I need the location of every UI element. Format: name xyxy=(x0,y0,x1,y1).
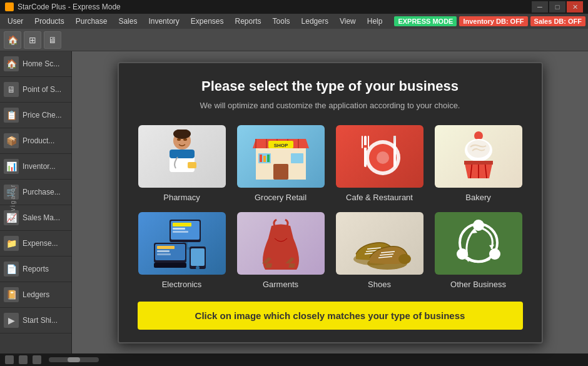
dialog-title: Please select the type of your business xyxy=(138,78,523,94)
sidebar-item-reports[interactable]: 📄 Reports xyxy=(0,257,71,282)
sales-db-badge: Sales DB: OFF xyxy=(530,16,585,26)
business-item-grocery-retail[interactable]: SHOP Grocery Retail xyxy=(236,125,325,202)
menu-view[interactable]: View xyxy=(335,16,361,27)
express-mode-badge: EXPRESS MODE xyxy=(394,16,457,26)
svg-rect-4 xyxy=(188,162,196,168)
menu-ledgers[interactable]: Ledgers xyxy=(297,16,333,27)
business-type-dialog: Please select the type of your business … xyxy=(118,62,543,343)
shoes-image[interactable] xyxy=(336,212,423,275)
svg-rect-42 xyxy=(173,223,191,226)
status-indicator-1 xyxy=(5,355,14,364)
start-shift-icon: ▶ xyxy=(4,313,19,328)
garments-image[interactable] xyxy=(237,212,325,275)
price-checker-icon: 📋 xyxy=(4,108,19,123)
sidebar-item-inventory[interactable]: 📊 Inventor... xyxy=(0,154,71,180)
sidebar-item-start-shift[interactable]: ▶ Start Shi... xyxy=(0,308,71,333)
ledgers-icon: 📔 xyxy=(4,287,19,302)
svg-rect-2 xyxy=(170,150,195,158)
cta-bar[interactable]: Click on image which closely matches you… xyxy=(138,302,523,330)
bakery-image[interactable] xyxy=(435,125,522,188)
app-icon xyxy=(5,3,14,11)
menu-tools[interactable]: Tools xyxy=(268,16,295,27)
reports-icon: 📄 xyxy=(4,262,19,277)
svg-rect-19 xyxy=(291,153,303,163)
sidebar-item-expenses[interactable]: 📁 Expense... xyxy=(0,231,71,257)
svg-rect-50 xyxy=(157,250,170,252)
svg-rect-44 xyxy=(173,231,188,233)
svg-point-29 xyxy=(377,151,389,164)
menu-purchase[interactable]: Purchase xyxy=(71,16,113,27)
minimize-button[interactable]: ─ xyxy=(532,1,548,13)
sidebar-item-purchases-label: Purchase... xyxy=(23,188,61,196)
dialog-subtitle: We will optimize and customize the appli… xyxy=(138,101,523,110)
menu-bar: User Products Purchase Sales Inventory E… xyxy=(0,14,588,29)
sidebar-item-reports-label: Reports xyxy=(23,265,49,273)
close-button[interactable]: ✕ xyxy=(567,1,583,13)
business-item-cafe-restaurant[interactable]: Cafe & Restaurant xyxy=(335,125,424,202)
svg-rect-25 xyxy=(368,136,369,148)
svg-rect-39 xyxy=(464,161,493,165)
main-layout: Navigator 🏠 Home Sc... 🖥 Point of S... 📋… xyxy=(0,51,588,353)
sidebar-item-point-of-sale[interactable]: 🖥 Point of S... xyxy=(0,77,71,103)
cafe-restaurant-label: Cafe & Restaurant xyxy=(346,193,413,202)
home-screen-icon: 🏠 xyxy=(4,56,19,71)
sidebar-item-products[interactable]: 📦 Product... xyxy=(0,128,71,154)
sidebar-item-sales-label: Sales Ma... xyxy=(23,213,60,222)
shoes-label: Shoes xyxy=(368,280,391,289)
business-item-pharmacy[interactable]: Pharmacy xyxy=(138,125,226,202)
status-scrollbar[interactable] xyxy=(49,357,99,362)
svg-point-69 xyxy=(489,248,500,260)
svg-rect-17 xyxy=(273,164,288,180)
title-bar-left: StarCode Plus - Express Mode xyxy=(5,3,121,11)
other-business-image[interactable] xyxy=(435,212,522,275)
pharmacy-image[interactable] xyxy=(138,125,226,188)
status-scrollbar-thumb xyxy=(68,357,80,362)
sidebar-item-price-checker[interactable]: 📋 Price Che... xyxy=(0,103,71,128)
toolbar-grid-button[interactable]: ⊞ xyxy=(24,31,41,49)
cafe-image[interactable] xyxy=(336,125,423,188)
svg-text:SHOP: SHOP xyxy=(273,143,288,148)
menu-reports[interactable]: Reports xyxy=(230,16,266,27)
maximize-button[interactable]: □ xyxy=(549,1,565,13)
menu-sales[interactable]: Sales xyxy=(113,16,142,27)
other-business-label: Other Business xyxy=(450,280,506,289)
svg-point-62 xyxy=(398,254,411,264)
business-item-electronics[interactable]: Electronics xyxy=(138,212,226,289)
menu-products[interactable]: Products xyxy=(29,16,69,27)
svg-rect-26 xyxy=(364,145,367,148)
window-title: StarCode Plus - Express Mode xyxy=(18,3,121,11)
menu-help[interactable]: Help xyxy=(362,16,388,27)
electronics-label: Electronics xyxy=(162,280,202,289)
sidebar-item-price-label: Price Che... xyxy=(23,111,62,119)
business-item-bakery[interactable]: Bakery xyxy=(434,125,523,202)
business-item-shoes[interactable]: Shoes xyxy=(335,212,424,289)
toolbar-monitor-button[interactable]: 🖥 xyxy=(44,31,61,49)
menu-inventory[interactable]: Inventory xyxy=(143,16,184,27)
title-bar: StarCode Plus - Express Mode ─ □ ✕ xyxy=(0,0,588,14)
grocery-retail-label: Grocery Retail xyxy=(255,193,307,202)
status-bar xyxy=(0,353,588,366)
title-bar-controls: ─ □ ✕ xyxy=(532,1,583,13)
svg-rect-54 xyxy=(191,248,205,266)
menu-expenses[interactable]: Expenses xyxy=(186,16,229,27)
sidebar-item-ledgers[interactable]: 📔 Ledgers xyxy=(0,282,71,308)
business-item-garments[interactable]: Garments xyxy=(236,212,325,289)
sidebar-item-start-shift-label: Start Shi... xyxy=(23,316,58,325)
content-area: Please select the type of your business … xyxy=(72,51,588,353)
menu-user[interactable]: User xyxy=(3,16,28,27)
grocery-image[interactable]: SHOP xyxy=(237,125,325,188)
toolbar: 🏠 ⊞ 🖥 xyxy=(0,29,588,51)
expenses-icon: 📁 xyxy=(4,236,19,251)
status-indicator-3 xyxy=(33,355,41,364)
sidebar-item-home-screen[interactable]: 🏠 Home Sc... xyxy=(0,51,71,77)
sidebar: Navigator 🏠 Home Sc... 🖥 Point of S... 📋… xyxy=(0,51,72,353)
toolbar-home-button[interactable]: 🏠 xyxy=(4,31,21,49)
svg-rect-51 xyxy=(157,253,171,255)
business-grid: Pharmacy xyxy=(138,125,523,289)
svg-rect-21 xyxy=(263,156,266,162)
svg-marker-70 xyxy=(489,245,494,249)
sidebar-item-pos-label: Point of S... xyxy=(23,85,61,94)
electronics-image[interactable] xyxy=(138,212,226,275)
business-item-other-business[interactable]: Other Business xyxy=(434,212,523,289)
menu-badges: EXPRESS MODE Inventory DB: OFF Sales DB:… xyxy=(394,16,585,26)
